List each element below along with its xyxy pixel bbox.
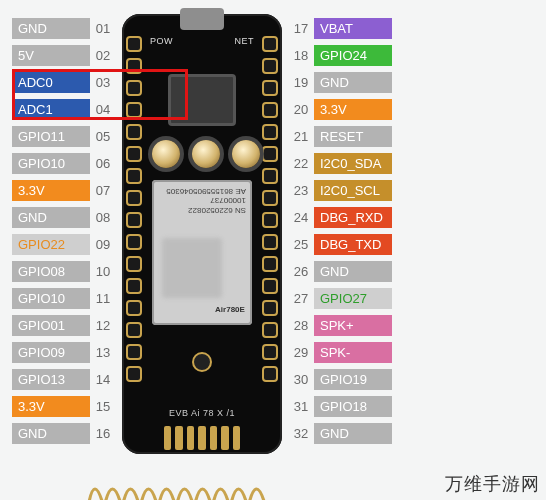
pin-hole [262,256,278,272]
pin-number: 09 [90,234,116,255]
pin-number: 12 [90,315,116,336]
pin-label: GPIO01 [12,315,90,336]
pin-hole [262,80,278,96]
pin-hole [126,124,142,140]
pin-hole [126,256,142,272]
pin-number: 31 [288,396,314,417]
push-button [192,140,220,168]
pin-label: 5V [12,45,90,66]
pin-label: 3.3V [12,396,90,417]
pin-number: 20 [288,99,314,120]
pin-hole [126,344,142,360]
pin-header-right [262,36,278,382]
pin-hole [262,190,278,206]
pin-hole [126,58,142,74]
rf-module: SN 6220520822 10000737 AE 86155590504630… [152,180,252,325]
pin-number: 04 [90,99,116,120]
pin-label: GND [12,18,90,39]
pin-hole [126,190,142,206]
pin-number: 15 [90,396,116,417]
pin-label: DBG_RXD [314,207,392,228]
pin-number: 28 [288,315,314,336]
left-pin-table: GND5VADC0ADC1GPIO11GPIO103.3VGNDGPIO22GP… [12,18,116,444]
pin-label: GPIO22 [12,234,90,255]
module-serial: SN 6220520822 10000737 AE 86155590504630… [152,186,246,215]
helical-antenna [86,468,276,500]
pin-number: 19 [288,72,314,93]
pin-number: 10 [90,261,116,282]
pin-number: 16 [90,423,116,444]
pin-number: 13 [90,342,116,363]
pin-label: GND [314,423,392,444]
pin-number: 29 [288,342,314,363]
pin-number: 07 [90,180,116,201]
watermark-text: 万维手游网 [445,472,540,496]
push-button [232,140,260,168]
antenna-pads [164,426,240,450]
pin-header-left [126,36,142,382]
usb-connector [180,8,224,30]
pin-hole [126,102,142,118]
pin-number: 14 [90,369,116,390]
pin-number: 17 [288,18,314,39]
pin-label: GND [314,261,392,282]
pin-hole [126,234,142,250]
pin-hole [126,146,142,162]
pin-number: 03 [90,72,116,93]
board-label-net: NET [235,36,255,46]
pin-hole [262,102,278,118]
pin-label: SPK+ [314,315,392,336]
pin-label: GPIO24 [314,45,392,66]
pin-label: GPIO10 [12,288,90,309]
pin-hole [262,124,278,140]
pin-hole [262,58,278,74]
board-label-pow: POW [150,36,173,46]
pin-hole [262,300,278,316]
pin-label: GPIO18 [314,396,392,417]
pin-label: ADC1 [12,99,90,120]
right-pin-table: VBATGPIO24GND3.3VRESETI2C0_SDAI2C0_SCLDB… [288,18,392,444]
pin-label: GND [12,423,90,444]
pin-hole [126,212,142,228]
pin-label: 3.3V [314,99,392,120]
pin-hole [262,234,278,250]
pin-hole [262,212,278,228]
pin-hole [126,366,142,382]
pin-hole [126,278,142,294]
pin-hole [262,366,278,382]
pin-number: 02 [90,45,116,66]
pin-hole [262,36,278,52]
pin-number: 27 [288,288,314,309]
pin-label: I2C0_SCL [314,180,392,201]
pin-label: GPIO08 [12,261,90,282]
pin-label: GPIO19 [314,369,392,390]
module-logo: Air780E [214,299,246,319]
pin-label: VBAT [314,18,392,39]
pin-label: ADC0 [12,72,90,93]
pin-number: 08 [90,207,116,228]
pin-hole [262,344,278,360]
pin-hole [262,322,278,338]
pin-label: GPIO09 [12,342,90,363]
inductor [168,74,236,126]
pin-label: I2C0_SDA [314,153,392,174]
pin-label: 3.3V [12,180,90,201]
pin-number: 23 [288,180,314,201]
pin-hole [262,168,278,184]
pin-hole [126,168,142,184]
pin-number: 22 [288,153,314,174]
pin-hole [126,322,142,338]
pin-number: 21 [288,126,314,147]
pin-label: GPIO11 [12,126,90,147]
pin-hole [126,80,142,96]
push-button [152,140,180,168]
pin-number: 18 [288,45,314,66]
pin-label: GND [12,207,90,228]
pin-label: GPIO27 [314,288,392,309]
pin-number: 11 [90,288,116,309]
pin-number: 05 [90,126,116,147]
pin-number: 25 [288,234,314,255]
button-row [152,140,260,168]
pin-hole [126,300,142,316]
board-silk-text: EVB Ai 78 X /1 [122,408,282,418]
